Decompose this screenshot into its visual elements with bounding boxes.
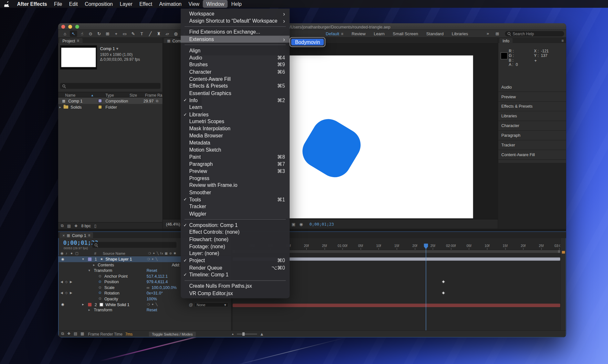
- menu-item[interactable]: Brushes ⌘9: [181, 61, 290, 68]
- playhead-line[interactable]: [426, 243, 426, 331]
- layer-switches[interactable]: ❍ ✦ ╲: [147, 256, 158, 262]
- menu-item[interactable]: Preview ⌘3: [181, 168, 290, 175]
- menu-item[interactable]: Render Queue ⌥⌘0: [181, 264, 290, 271]
- workspace-menu-icon[interactable]: ≡: [341, 32, 343, 36]
- workspace-tab[interactable]: Learn: [374, 31, 385, 36]
- menu-item[interactable]: Extensions ›: [181, 36, 290, 43]
- eraser-tool-icon[interactable]: ▱: [164, 31, 171, 37]
- project-item-name[interactable]: Solids: [70, 104, 81, 110]
- graph-editor-icon[interactable]: ▦: [80, 332, 84, 336]
- menu-item[interactable]: ✓ Tools ⌘1: [181, 196, 290, 203]
- panel-menu-icon[interactable]: ≡: [88, 233, 91, 237]
- stopwatch-icon[interactable]: ⊙: [99, 296, 101, 302]
- menubar-item[interactable]: Layer: [116, 0, 136, 8]
- workspace-overflow-icon[interactable]: »: [487, 31, 489, 36]
- transform-label[interactable]: Transform: [94, 307, 112, 313]
- menu-item[interactable]: Metadata: [181, 139, 290, 146]
- close-icon[interactable]: ×: [62, 233, 65, 237]
- transform-reset-link[interactable]: Reset: [146, 268, 157, 273]
- expander-icon[interactable]: ▸: [59, 104, 61, 110]
- menu-item[interactable]: Create Nulls From Paths.jsx: [181, 283, 290, 290]
- pen-tool-icon[interactable]: ✎: [130, 31, 137, 37]
- frame-blend-icon[interactable]: ❖: [67, 332, 71, 336]
- project-row-solids[interactable]: ▸ Solids Folder: [58, 104, 163, 110]
- timeline-search-field[interactable]: [92, 242, 176, 248]
- zoom-tool-icon[interactable]: ⊙: [87, 31, 94, 37]
- clone-stamp-tool-icon[interactable]: ♜: [155, 31, 163, 37]
- menu-item[interactable]: Workspace ›: [181, 10, 290, 17]
- layer-name[interactable]: Shape Layer 1: [105, 256, 132, 262]
- lock-column-icon[interactable]: ▢: [75, 251, 79, 256]
- tab-info[interactable]: Info: [499, 38, 512, 43]
- menubar-item[interactable]: Effect: [136, 0, 155, 8]
- property-label[interactable]: Anchor Point: [104, 273, 128, 279]
- menubar-item[interactable]: Composition: [81, 0, 116, 8]
- add-property-control[interactable]: Add:: [172, 262, 180, 268]
- expander-icon[interactable]: ▸: [93, 262, 95, 268]
- transform-group-row-2[interactable]: ▸ Transform Reset: [59, 307, 231, 313]
- stopwatch-icon[interactable]: ⊙: [99, 285, 101, 291]
- menubar-item[interactable]: Edit: [66, 0, 81, 8]
- menu-item[interactable]: Media Browser: [181, 132, 290, 139]
- add-keyframe-icon[interactable]: ◇: [65, 279, 68, 285]
- menu-item[interactable]: Essential Graphics: [181, 90, 290, 97]
- sort-ascending-icon[interactable]: ▲: [91, 92, 94, 98]
- source-name-column[interactable]: Source Name: [103, 251, 125, 256]
- layer-color-chip[interactable]: [88, 303, 91, 306]
- minimize-window-button[interactable]: [68, 25, 72, 28]
- menu-item[interactable]: Mask Interpolation: [181, 125, 290, 132]
- zoom-slider-track[interactable]: [237, 333, 257, 335]
- label-color-chip[interactable]: [98, 105, 102, 109]
- previous-keyframe-icon[interactable]: ◀: [60, 290, 63, 296]
- menubar-item[interactable]: Window: [203, 0, 228, 8]
- menu-item[interactable]: Paint ⌘8: [181, 154, 290, 161]
- type-tool-icon[interactable]: T: [138, 31, 145, 37]
- menu-item[interactable]: Layer: (none): [181, 250, 290, 257]
- stacked-panel-tab[interactable]: Paragraph: [498, 131, 566, 140]
- menu-item[interactable]: Content-Aware Fill: [181, 75, 290, 82]
- column-type[interactable]: Type: [105, 92, 114, 98]
- menu-item[interactable]: Audio ⌘4: [181, 54, 290, 61]
- panel-grid-icon[interactable]: ⊞: [496, 31, 499, 37]
- new-folder-icon[interactable]: ▤: [67, 224, 71, 228]
- shape-tool-icon[interactable]: ▭: [121, 31, 128, 37]
- pickwhip-icon[interactable]: @: [189, 302, 193, 307]
- roto-brush-tool-icon[interactable]: ◍: [172, 31, 180, 37]
- menu-item[interactable]: VR Comp Editor.jsx: [181, 290, 290, 297]
- expander-icon[interactable]: ▾: [82, 256, 84, 262]
- menu-item[interactable]: Find Extensions on Exchange...: [181, 28, 290, 36]
- property-label[interactable]: Scale: [104, 285, 115, 291]
- previous-keyframe-icon[interactable]: ◀: [60, 279, 63, 285]
- expander-icon[interactable]: ▾: [89, 268, 90, 273]
- menu-item[interactable]: Align: [181, 47, 290, 54]
- hand-tool-icon[interactable]: ☝: [78, 31, 86, 37]
- zoom-window-button[interactable]: [75, 25, 79, 28]
- column-name[interactable]: Name: [65, 92, 76, 98]
- eye-column-icon[interactable]: ◉: [60, 251, 63, 256]
- property-value[interactable]: 517.4,112.1: [146, 273, 168, 279]
- property-value[interactable]: 0x+31.0°: [146, 290, 163, 296]
- menubar-item[interactable]: Help: [228, 0, 245, 8]
- expander-icon[interactable]: ▸: [89, 307, 90, 313]
- menu-item[interactable]: Learn: [181, 104, 290, 111]
- layer-color-chip[interactable]: [88, 258, 91, 261]
- menu-item[interactable]: Wiggler: [181, 210, 290, 217]
- rotation-tool-icon[interactable]: ↻: [95, 31, 103, 37]
- parent-dropdown[interactable]: None ▾: [194, 302, 229, 307]
- panel-menu-icon[interactable]: ≡: [561, 38, 564, 43]
- workspace-tab[interactable]: Small Screen: [393, 31, 418, 36]
- panel-menu-icon[interactable]: ≡: [77, 38, 79, 43]
- comp-marker-button[interactable]: [562, 251, 565, 253]
- selection-tool-icon[interactable]: ↖: [70, 31, 77, 37]
- camera-tool-icon[interactable]: ⊞: [104, 31, 111, 37]
- transform-reset-link[interactable]: Reset: [146, 307, 157, 313]
- time-ruler[interactable]: 05f10f15f20f25f01:00f05f10f15f20f25f02:0…: [243, 243, 560, 250]
- property-value[interactable]: 100%: [146, 296, 157, 302]
- transform-label[interactable]: Transform: [94, 268, 112, 273]
- workspace-tab[interactable]: Standard: [426, 31, 444, 36]
- menu-item[interactable]: Review with Frame.io: [181, 182, 290, 189]
- home-tool-icon[interactable]: ⌂: [61, 31, 69, 37]
- column-size[interactable]: Size: [130, 92, 137, 98]
- viewer-timecode[interactable]: 0;00;01;23: [309, 221, 334, 227]
- property-label[interactable]: Opacity: [104, 296, 118, 302]
